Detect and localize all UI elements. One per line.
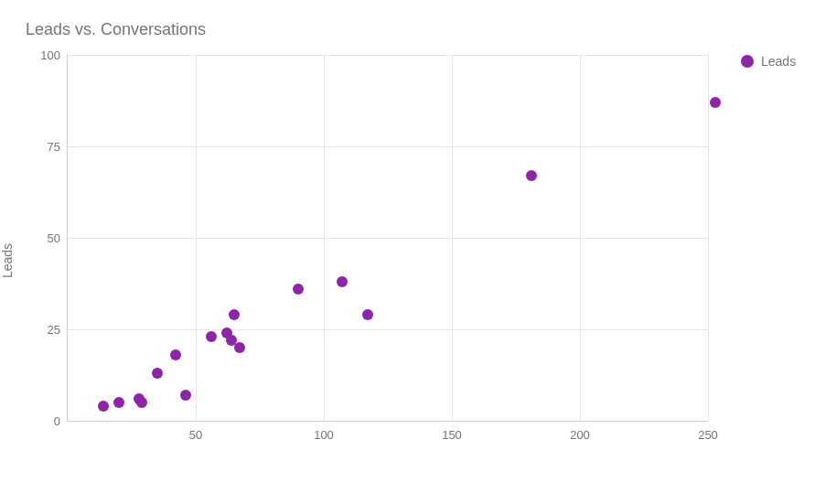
gridline-horizontal [68, 238, 708, 239]
data-point [710, 97, 721, 108]
gridline-vertical [324, 55, 325, 421]
x-tick-label: 200 [570, 421, 590, 442]
data-point [206, 331, 217, 342]
y-tick-label: 100 [40, 48, 68, 62]
legend: Leads [741, 54, 796, 69]
data-point [293, 284, 304, 295]
plot-area: 025507510050100150200250 [67, 55, 708, 422]
gridline-horizontal [68, 329, 708, 330]
y-tick-label: 0 [54, 414, 68, 428]
y-tick-label: 50 [48, 231, 68, 245]
chart-title: Leads vs. Conversations [26, 20, 206, 39]
data-point [337, 276, 348, 287]
data-point [229, 309, 240, 320]
data-point [113, 397, 124, 408]
y-axis-label: Leads [0, 243, 15, 278]
gridline-vertical [708, 55, 709, 421]
gridline-vertical [196, 55, 197, 421]
plot-wrap: Leads 025507510050100150200250 Conversat… [26, 46, 721, 476]
data-point [526, 170, 537, 181]
data-point [170, 349, 181, 360]
gridline-vertical [580, 55, 581, 421]
x-tick-label: 50 [189, 421, 202, 442]
x-tick-label: 100 [314, 421, 334, 442]
data-point [136, 397, 147, 408]
data-point [180, 390, 191, 401]
gridline-horizontal [68, 55, 708, 56]
gridline-vertical [452, 55, 453, 421]
gridline-horizontal [68, 146, 708, 147]
chart-container: Leads vs. Conversations Leads Leads 0255… [0, 0, 815, 504]
data-point [234, 342, 245, 353]
data-point [152, 368, 163, 379]
x-tick-label: 150 [442, 421, 462, 442]
legend-dot-icon [741, 55, 754, 68]
legend-label: Leads [761, 54, 796, 69]
data-point [362, 309, 373, 320]
y-tick-label: 25 [48, 323, 68, 337]
data-point [98, 401, 109, 412]
y-tick-label: 75 [48, 140, 68, 154]
x-tick-label: 250 [698, 421, 718, 442]
